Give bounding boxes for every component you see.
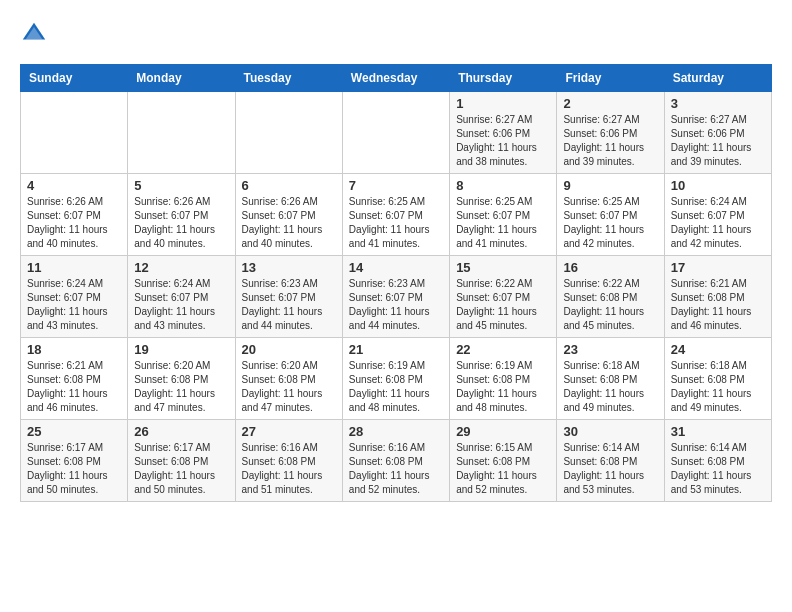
column-header-monday: Monday: [128, 65, 235, 92]
day-number: 4: [27, 178, 121, 193]
day-info: Sunrise: 6:18 AM Sunset: 6:08 PM Dayligh…: [671, 359, 765, 415]
calendar-cell: 11Sunrise: 6:24 AM Sunset: 6:07 PM Dayli…: [21, 256, 128, 338]
day-number: 18: [27, 342, 121, 357]
day-number: 10: [671, 178, 765, 193]
day-info: Sunrise: 6:20 AM Sunset: 6:08 PM Dayligh…: [134, 359, 228, 415]
calendar-cell: 2Sunrise: 6:27 AM Sunset: 6:06 PM Daylig…: [557, 92, 664, 174]
day-info: Sunrise: 6:19 AM Sunset: 6:08 PM Dayligh…: [456, 359, 550, 415]
calendar-cell: 7Sunrise: 6:25 AM Sunset: 6:07 PM Daylig…: [342, 174, 449, 256]
column-header-tuesday: Tuesday: [235, 65, 342, 92]
day-number: 28: [349, 424, 443, 439]
day-info: Sunrise: 6:18 AM Sunset: 6:08 PM Dayligh…: [563, 359, 657, 415]
calendar-cell: 5Sunrise: 6:26 AM Sunset: 6:07 PM Daylig…: [128, 174, 235, 256]
calendar-cell: 6Sunrise: 6:26 AM Sunset: 6:07 PM Daylig…: [235, 174, 342, 256]
column-header-friday: Friday: [557, 65, 664, 92]
day-info: Sunrise: 6:23 AM Sunset: 6:07 PM Dayligh…: [242, 277, 336, 333]
calendar-cell: 4Sunrise: 6:26 AM Sunset: 6:07 PM Daylig…: [21, 174, 128, 256]
day-number: 8: [456, 178, 550, 193]
day-info: Sunrise: 6:24 AM Sunset: 6:07 PM Dayligh…: [671, 195, 765, 251]
calendar-cell: [128, 92, 235, 174]
calendar-cell: 30Sunrise: 6:14 AM Sunset: 6:08 PM Dayli…: [557, 420, 664, 502]
day-number: 29: [456, 424, 550, 439]
day-info: Sunrise: 6:14 AM Sunset: 6:08 PM Dayligh…: [563, 441, 657, 497]
day-info: Sunrise: 6:27 AM Sunset: 6:06 PM Dayligh…: [563, 113, 657, 169]
day-number: 31: [671, 424, 765, 439]
day-number: 16: [563, 260, 657, 275]
day-info: Sunrise: 6:26 AM Sunset: 6:07 PM Dayligh…: [134, 195, 228, 251]
day-number: 25: [27, 424, 121, 439]
calendar-cell: 25Sunrise: 6:17 AM Sunset: 6:08 PM Dayli…: [21, 420, 128, 502]
calendar-cell: 18Sunrise: 6:21 AM Sunset: 6:08 PM Dayli…: [21, 338, 128, 420]
calendar-cell: 31Sunrise: 6:14 AM Sunset: 6:08 PM Dayli…: [664, 420, 771, 502]
calendar-week-row: 11Sunrise: 6:24 AM Sunset: 6:07 PM Dayli…: [21, 256, 772, 338]
day-number: 12: [134, 260, 228, 275]
day-number: 6: [242, 178, 336, 193]
calendar-cell: 14Sunrise: 6:23 AM Sunset: 6:07 PM Dayli…: [342, 256, 449, 338]
day-number: 13: [242, 260, 336, 275]
calendar-cell: 10Sunrise: 6:24 AM Sunset: 6:07 PM Dayli…: [664, 174, 771, 256]
day-number: 20: [242, 342, 336, 357]
calendar-cell: 23Sunrise: 6:18 AM Sunset: 6:08 PM Dayli…: [557, 338, 664, 420]
calendar-cell: 8Sunrise: 6:25 AM Sunset: 6:07 PM Daylig…: [450, 174, 557, 256]
day-info: Sunrise: 6:24 AM Sunset: 6:07 PM Dayligh…: [134, 277, 228, 333]
day-info: Sunrise: 6:16 AM Sunset: 6:08 PM Dayligh…: [349, 441, 443, 497]
calendar-cell: 29Sunrise: 6:15 AM Sunset: 6:08 PM Dayli…: [450, 420, 557, 502]
calendar-cell: 22Sunrise: 6:19 AM Sunset: 6:08 PM Dayli…: [450, 338, 557, 420]
day-number: 19: [134, 342, 228, 357]
day-number: 14: [349, 260, 443, 275]
day-number: 1: [456, 96, 550, 111]
day-info: Sunrise: 6:27 AM Sunset: 6:06 PM Dayligh…: [456, 113, 550, 169]
day-info: Sunrise: 6:26 AM Sunset: 6:07 PM Dayligh…: [27, 195, 121, 251]
column-header-sunday: Sunday: [21, 65, 128, 92]
day-info: Sunrise: 6:25 AM Sunset: 6:07 PM Dayligh…: [563, 195, 657, 251]
day-info: Sunrise: 6:25 AM Sunset: 6:07 PM Dayligh…: [456, 195, 550, 251]
logo-icon: [20, 20, 48, 48]
calendar-cell: 24Sunrise: 6:18 AM Sunset: 6:08 PM Dayli…: [664, 338, 771, 420]
day-info: Sunrise: 6:21 AM Sunset: 6:08 PM Dayligh…: [671, 277, 765, 333]
calendar-header-row: SundayMondayTuesdayWednesdayThursdayFrid…: [21, 65, 772, 92]
calendar-cell: 15Sunrise: 6:22 AM Sunset: 6:07 PM Dayli…: [450, 256, 557, 338]
day-info: Sunrise: 6:19 AM Sunset: 6:08 PM Dayligh…: [349, 359, 443, 415]
calendar-cell: 27Sunrise: 6:16 AM Sunset: 6:08 PM Dayli…: [235, 420, 342, 502]
day-number: 5: [134, 178, 228, 193]
calendar-cell: 17Sunrise: 6:21 AM Sunset: 6:08 PM Dayli…: [664, 256, 771, 338]
day-number: 9: [563, 178, 657, 193]
day-info: Sunrise: 6:17 AM Sunset: 6:08 PM Dayligh…: [27, 441, 121, 497]
day-info: Sunrise: 6:20 AM Sunset: 6:08 PM Dayligh…: [242, 359, 336, 415]
calendar-cell: 13Sunrise: 6:23 AM Sunset: 6:07 PM Dayli…: [235, 256, 342, 338]
calendar-cell: [21, 92, 128, 174]
day-info: Sunrise: 6:15 AM Sunset: 6:08 PM Dayligh…: [456, 441, 550, 497]
logo: [20, 20, 52, 48]
calendar-cell: 20Sunrise: 6:20 AM Sunset: 6:08 PM Dayli…: [235, 338, 342, 420]
calendar-cell: 28Sunrise: 6:16 AM Sunset: 6:08 PM Dayli…: [342, 420, 449, 502]
calendar-cell: 9Sunrise: 6:25 AM Sunset: 6:07 PM Daylig…: [557, 174, 664, 256]
calendar-cell: [235, 92, 342, 174]
day-number: 3: [671, 96, 765, 111]
day-info: Sunrise: 6:25 AM Sunset: 6:07 PM Dayligh…: [349, 195, 443, 251]
calendar-table: SundayMondayTuesdayWednesdayThursdayFrid…: [20, 64, 772, 502]
calendar-cell: 1Sunrise: 6:27 AM Sunset: 6:06 PM Daylig…: [450, 92, 557, 174]
day-number: 22: [456, 342, 550, 357]
calendar-cell: 16Sunrise: 6:22 AM Sunset: 6:08 PM Dayli…: [557, 256, 664, 338]
calendar-week-row: 18Sunrise: 6:21 AM Sunset: 6:08 PM Dayli…: [21, 338, 772, 420]
day-info: Sunrise: 6:23 AM Sunset: 6:07 PM Dayligh…: [349, 277, 443, 333]
calendar-cell: 12Sunrise: 6:24 AM Sunset: 6:07 PM Dayli…: [128, 256, 235, 338]
day-info: Sunrise: 6:22 AM Sunset: 6:07 PM Dayligh…: [456, 277, 550, 333]
day-info: Sunrise: 6:17 AM Sunset: 6:08 PM Dayligh…: [134, 441, 228, 497]
day-number: 2: [563, 96, 657, 111]
day-number: 17: [671, 260, 765, 275]
day-number: 26: [134, 424, 228, 439]
day-info: Sunrise: 6:14 AM Sunset: 6:08 PM Dayligh…: [671, 441, 765, 497]
calendar-week-row: 1Sunrise: 6:27 AM Sunset: 6:06 PM Daylig…: [21, 92, 772, 174]
page-header: [20, 20, 772, 48]
day-info: Sunrise: 6:27 AM Sunset: 6:06 PM Dayligh…: [671, 113, 765, 169]
calendar-cell: 26Sunrise: 6:17 AM Sunset: 6:08 PM Dayli…: [128, 420, 235, 502]
calendar-cell: [342, 92, 449, 174]
day-number: 27: [242, 424, 336, 439]
column-header-saturday: Saturday: [664, 65, 771, 92]
day-number: 15: [456, 260, 550, 275]
day-info: Sunrise: 6:22 AM Sunset: 6:08 PM Dayligh…: [563, 277, 657, 333]
day-number: 7: [349, 178, 443, 193]
day-number: 30: [563, 424, 657, 439]
calendar-cell: 3Sunrise: 6:27 AM Sunset: 6:06 PM Daylig…: [664, 92, 771, 174]
